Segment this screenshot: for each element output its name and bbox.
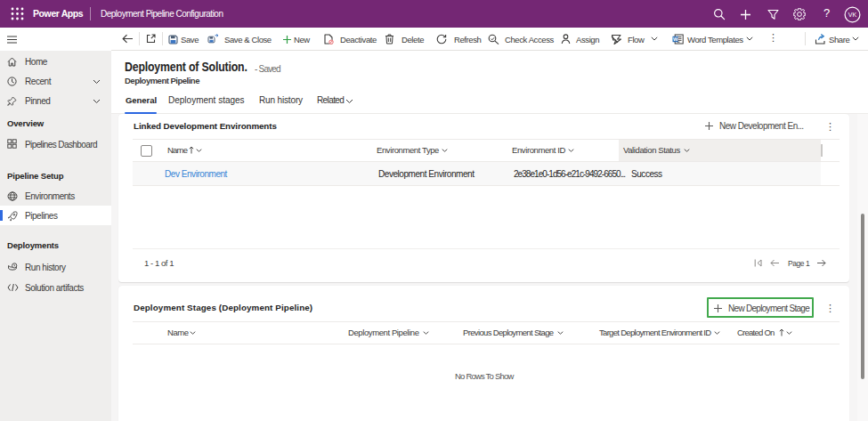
- svg-text:VK: VK: [848, 12, 857, 18]
- svg-text:W: W: [673, 36, 678, 42]
